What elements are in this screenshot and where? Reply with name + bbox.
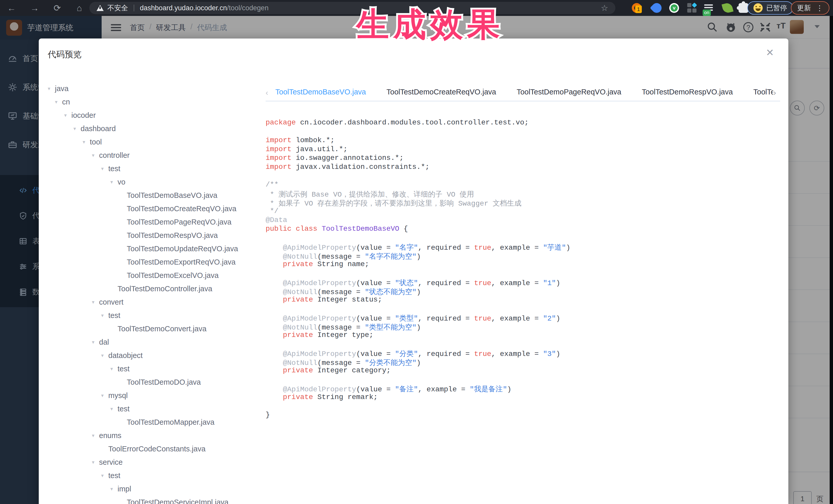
tree-folder[interactable]: ▾test (48, 362, 266, 376)
code-line: @ApiModelProperty(value = "名字", required… (266, 242, 778, 251)
caret-down-icon[interactable]: ▾ (73, 125, 80, 131)
tree-file[interactable]: ToolTestDemoController.java (48, 282, 266, 295)
caret-down-icon[interactable]: ▾ (92, 459, 99, 465)
tree-file[interactable]: ToolTestDemoCreateReqVO.java (48, 202, 266, 215)
close-icon[interactable]: ✕ (766, 48, 774, 57)
tree-label: dashboard (80, 124, 116, 133)
tree-folder[interactable]: ▾test (48, 162, 266, 175)
code-line: private Integer status; (266, 296, 778, 305)
tree-label: mysql (108, 391, 128, 400)
tree-file[interactable]: ToolTestDemoRespVO.java (48, 229, 266, 242)
file-tab[interactable]: ToolTestDemoRespVO.java (642, 88, 733, 98)
caret-down-icon[interactable]: ▾ (48, 86, 55, 92)
tree-label: ToolTestDemoRespVO.java (127, 231, 218, 240)
bookmark-star-icon[interactable]: ☆ (601, 3, 608, 13)
caret-down-icon[interactable]: ▾ (64, 112, 71, 118)
caret-down-icon[interactable]: ▾ (92, 432, 99, 438)
file-tree: ▾java▾cn▾iocoder▾dashboard▾tool▾controll… (48, 82, 266, 504)
tree-file[interactable]: ToolErrorCodeConstants.java (48, 442, 266, 456)
address-bar[interactable]: 不安全 dashboard.yudao.iocoder.cn /tool/cod… (89, 2, 615, 14)
browser-reload-icon[interactable]: ⟳ (49, 0, 65, 16)
tree-folder[interactable]: ▾test (48, 402, 266, 415)
tree-label: enums (99, 431, 121, 440)
paused-label: 已暂停 (766, 3, 787, 13)
caret-down-icon[interactable]: ▾ (110, 486, 118, 492)
caret-down-icon[interactable]: ▾ (101, 352, 108, 359)
update-label: 更新 (797, 3, 811, 13)
caret-down-icon[interactable]: ▾ (55, 99, 62, 105)
extension-on-badge: on (703, 9, 711, 16)
tree-folder[interactable]: ▾tool (48, 135, 266, 149)
extension-list-on-icon[interactable]: on (704, 3, 714, 13)
extension-blue-drop-icon[interactable] (650, 1, 664, 15)
code-line: @ApiModelProperty(value = "备注", example … (266, 384, 778, 393)
caret-down-icon[interactable]: ▾ (92, 299, 99, 305)
tree-folder[interactable]: ▾dashboard (48, 122, 266, 135)
browser-menu-icon[interactable]: ⋮ (816, 4, 823, 12)
tree-folder[interactable]: ▾convert (48, 295, 266, 309)
file-tab[interactable]: ToolTestDemoPageReqVO.java (517, 88, 621, 98)
tree-folder[interactable]: ▾test (48, 309, 266, 322)
tree-folder[interactable]: ▾enums (48, 429, 266, 442)
tree-folder[interactable]: ▾test (48, 469, 266, 482)
code-line: * 如果子 VO 存在差异的字段，请不要添加到这里，影响 Swagger 文档生… (266, 198, 778, 207)
browser-update-button[interactable]: 更新 ⋮ (791, 1, 829, 15)
tree-file[interactable]: ToolTestDemoMapper.java (48, 415, 266, 429)
tree-folder[interactable]: ▾controller (48, 149, 266, 162)
extension-leaf-icon[interactable] (722, 2, 734, 14)
tree-label: controller (99, 151, 129, 160)
browser-forward-icon[interactable]: → (27, 0, 43, 16)
extension-grid-icon[interactable] (687, 3, 697, 13)
caret-down-icon[interactable]: ▾ (101, 392, 108, 399)
profile-paused-chip[interactable]: 已暂停 (747, 1, 793, 15)
file-tab[interactable]: ToolTe (754, 88, 773, 98)
omnibox-divider (134, 5, 134, 11)
extension-green-circle-icon[interactable]: v (669, 3, 679, 13)
caret-down-icon[interactable]: ▾ (110, 179, 118, 185)
extension-orange-icon[interactable]: 1 (632, 3, 642, 13)
tree-file[interactable]: ToolTestDemoConvert.java (48, 322, 266, 335)
code-line: import java.util.*; (266, 145, 778, 154)
code-line (266, 234, 778, 243)
file-tab[interactable]: ToolTestDemoCreateReqVO.java (386, 88, 496, 98)
tree-file[interactable]: ToolTestDemoServiceImpl.java (48, 496, 266, 504)
tree-file[interactable]: ToolTestDemoExcelVO.java (48, 269, 266, 282)
tree-folder[interactable]: ▾dal (48, 335, 266, 349)
tree-file[interactable]: ToolTestDemoExportReqVO.java (48, 255, 266, 269)
caret-down-icon[interactable]: ▾ (110, 366, 118, 372)
tree-folder[interactable]: ▾cn (48, 95, 266, 109)
caret-down-icon[interactable]: ▾ (101, 166, 108, 172)
code-viewer: package cn.iocoder.dashboard.modules.too… (266, 119, 778, 498)
caret-down-icon[interactable]: ▾ (92, 339, 99, 345)
tree-file[interactable]: ToolTestDemoUpdateReqVO.java (48, 242, 266, 255)
tree-folder[interactable]: ▾java (48, 82, 266, 95)
tabs-scroll-right-icon[interactable]: › (774, 88, 780, 97)
tree-label: ToolTestDemoPageReqVO.java (127, 218, 232, 226)
code-line: import io.swagger.annotations.*; (266, 154, 778, 163)
file-tab[interactable]: ToolTestDemoBaseVO.java (276, 88, 366, 98)
caret-down-icon[interactable]: ▾ (92, 152, 99, 158)
caret-down-icon[interactable]: ▾ (110, 406, 118, 412)
tree-folder[interactable]: ▾iocoder (48, 109, 266, 122)
tree-folder[interactable]: ▾mysql (48, 389, 266, 402)
tree-folder[interactable]: ▾impl (48, 482, 266, 496)
tree-label: test (108, 472, 120, 480)
code-line: public class ToolTestDemoBaseVO { (266, 225, 778, 234)
url-path: /tool/codegen (227, 4, 268, 12)
tabs-scroll-left-icon[interactable]: ‹ (266, 88, 272, 97)
tree-label: ToolTestDemoCreateReqVO.java (127, 205, 236, 213)
tree-folder[interactable]: ▾dataobject (48, 349, 266, 362)
browser-home-icon[interactable]: ⌂ (71, 0, 87, 16)
tabs-track (266, 101, 780, 102)
caret-down-icon[interactable]: ▾ (82, 139, 90, 145)
caret-down-icon[interactable]: ▾ (101, 312, 108, 318)
extensions-puzzle-icon[interactable] (739, 3, 748, 13)
tree-file[interactable]: ToolTestDemoBaseVO.java (48, 189, 266, 202)
code-line (266, 402, 778, 411)
caret-down-icon[interactable]: ▾ (101, 473, 108, 479)
browser-back-icon[interactable]: ← (4, 0, 20, 16)
tree-folder[interactable]: ▾vo (48, 175, 266, 189)
tree-file[interactable]: ToolTestDemoDO.java (48, 376, 266, 389)
tree-folder[interactable]: ▾service (48, 456, 266, 469)
tree-file[interactable]: ToolTestDemoPageReqVO.java (48, 215, 266, 229)
